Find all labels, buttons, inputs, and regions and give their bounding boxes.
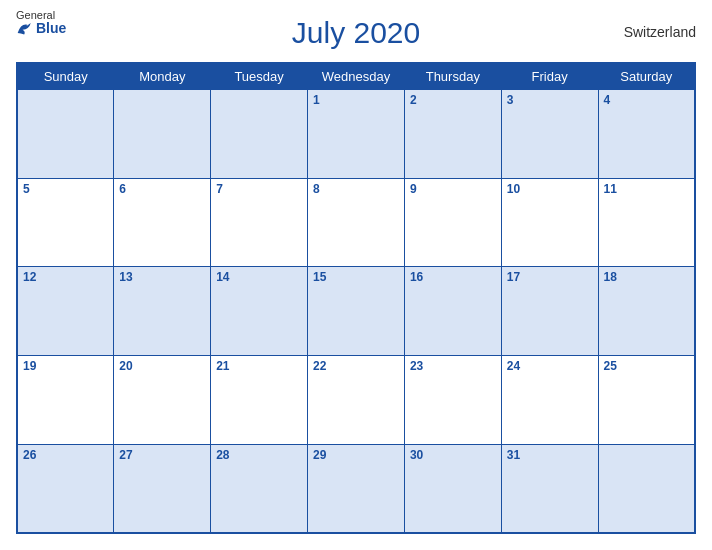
day-number: 26: [23, 448, 108, 462]
calendar-header: General Blue July 2020 Switzerland: [16, 10, 696, 54]
calendar-day-cell: 6: [114, 178, 211, 267]
col-thursday: Thursday: [404, 63, 501, 90]
calendar-day-cell: 26: [17, 444, 114, 533]
calendar-week-row: 567891011: [17, 178, 695, 267]
day-number: 31: [507, 448, 593, 462]
calendar-day-cell: 12: [17, 267, 114, 356]
calendar-day-cell: 11: [598, 178, 695, 267]
calendar-day-cell: 4: [598, 90, 695, 179]
calendar-day-cell: 29: [308, 444, 405, 533]
calendar-week-row: 19202122232425: [17, 356, 695, 445]
calendar-day-cell: 19: [17, 356, 114, 445]
header-row: Sunday Monday Tuesday Wednesday Thursday…: [17, 63, 695, 90]
calendar-day-cell: 5: [17, 178, 114, 267]
calendar-day-cell: 10: [501, 178, 598, 267]
day-number: 10: [507, 182, 593, 196]
day-number: 21: [216, 359, 302, 373]
day-number: 11: [604, 182, 689, 196]
day-number: 8: [313, 182, 399, 196]
calendar-table: Sunday Monday Tuesday Wednesday Thursday…: [16, 62, 696, 534]
calendar-title: July 2020: [292, 16, 420, 50]
day-number: 17: [507, 270, 593, 284]
calendar-day-cell: 27: [114, 444, 211, 533]
day-number: 12: [23, 270, 108, 284]
calendar-day-cell: 1: [308, 90, 405, 179]
day-number: 30: [410, 448, 496, 462]
day-number: 5: [23, 182, 108, 196]
calendar-day-cell: 15: [308, 267, 405, 356]
calendar-day-cell: [114, 90, 211, 179]
day-number: 20: [119, 359, 205, 373]
day-number: 24: [507, 359, 593, 373]
col-sunday: Sunday: [17, 63, 114, 90]
col-wednesday: Wednesday: [308, 63, 405, 90]
col-saturday: Saturday: [598, 63, 695, 90]
calendar-day-cell: 25: [598, 356, 695, 445]
calendar-day-cell: [598, 444, 695, 533]
calendar-day-cell: 23: [404, 356, 501, 445]
calendar-week-row: 262728293031: [17, 444, 695, 533]
col-monday: Monday: [114, 63, 211, 90]
logo-bird-icon: [16, 21, 34, 35]
day-number: 6: [119, 182, 205, 196]
day-number: 22: [313, 359, 399, 373]
calendar-day-cell: 28: [211, 444, 308, 533]
calendar-day-cell: 31: [501, 444, 598, 533]
day-number: 27: [119, 448, 205, 462]
day-number: 18: [604, 270, 689, 284]
day-number: 1: [313, 93, 399, 107]
calendar-day-cell: 17: [501, 267, 598, 356]
day-number: 29: [313, 448, 399, 462]
day-number: 16: [410, 270, 496, 284]
country-label: Switzerland: [624, 24, 696, 40]
day-number: 4: [604, 93, 689, 107]
day-number: 28: [216, 448, 302, 462]
calendar-week-row: 1234: [17, 90, 695, 179]
calendar-day-cell: 14: [211, 267, 308, 356]
calendar-day-cell: [211, 90, 308, 179]
calendar-day-cell: 13: [114, 267, 211, 356]
day-number: 23: [410, 359, 496, 373]
day-number: 2: [410, 93, 496, 107]
calendar-day-cell: 20: [114, 356, 211, 445]
day-number: 15: [313, 270, 399, 284]
calendar-day-cell: 21: [211, 356, 308, 445]
day-number: 19: [23, 359, 108, 373]
day-number: 25: [604, 359, 689, 373]
logo-blue-area: Blue: [16, 21, 66, 35]
calendar-day-cell: 8: [308, 178, 405, 267]
calendar-day-cell: 3: [501, 90, 598, 179]
day-number: 3: [507, 93, 593, 107]
col-friday: Friday: [501, 63, 598, 90]
calendar-day-cell: [17, 90, 114, 179]
day-number: 13: [119, 270, 205, 284]
day-number: 7: [216, 182, 302, 196]
calendar-day-cell: 30: [404, 444, 501, 533]
col-tuesday: Tuesday: [211, 63, 308, 90]
logo-area: General Blue: [16, 10, 66, 35]
day-number: 9: [410, 182, 496, 196]
calendar-day-cell: 7: [211, 178, 308, 267]
calendar-day-cell: 9: [404, 178, 501, 267]
day-number: 14: [216, 270, 302, 284]
calendar-day-cell: 16: [404, 267, 501, 356]
calendar-day-cell: 18: [598, 267, 695, 356]
calendar-day-cell: 24: [501, 356, 598, 445]
calendar-day-cell: 2: [404, 90, 501, 179]
calendar-wrapper: General Blue July 2020 Switzerland Sunda…: [0, 0, 712, 550]
calendar-day-cell: 22: [308, 356, 405, 445]
calendar-week-row: 12131415161718: [17, 267, 695, 356]
logo-blue-text: Blue: [36, 21, 66, 35]
